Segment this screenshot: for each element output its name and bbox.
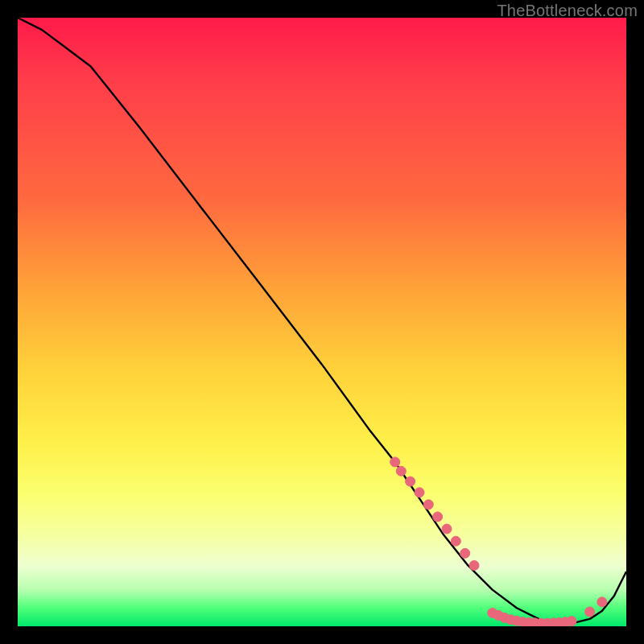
data-point xyxy=(451,536,460,546)
data-point xyxy=(406,477,415,486)
data-point xyxy=(597,597,607,607)
data-point xyxy=(390,457,400,467)
data-point xyxy=(415,488,424,497)
plot-area xyxy=(18,18,626,626)
data-point xyxy=(469,560,479,570)
chart-stage: TheBottleneck.com xyxy=(0,0,644,644)
data-markers xyxy=(390,457,607,626)
data-point xyxy=(460,548,470,558)
data-point xyxy=(423,500,433,510)
data-point xyxy=(433,512,443,522)
data-point xyxy=(442,524,452,534)
watermark-text: TheBottleneck.com xyxy=(497,2,638,20)
data-point xyxy=(567,617,576,626)
data-point xyxy=(585,607,595,617)
chart-overlay xyxy=(18,18,626,626)
data-point xyxy=(396,466,406,476)
bottleneck-curve xyxy=(18,18,626,623)
